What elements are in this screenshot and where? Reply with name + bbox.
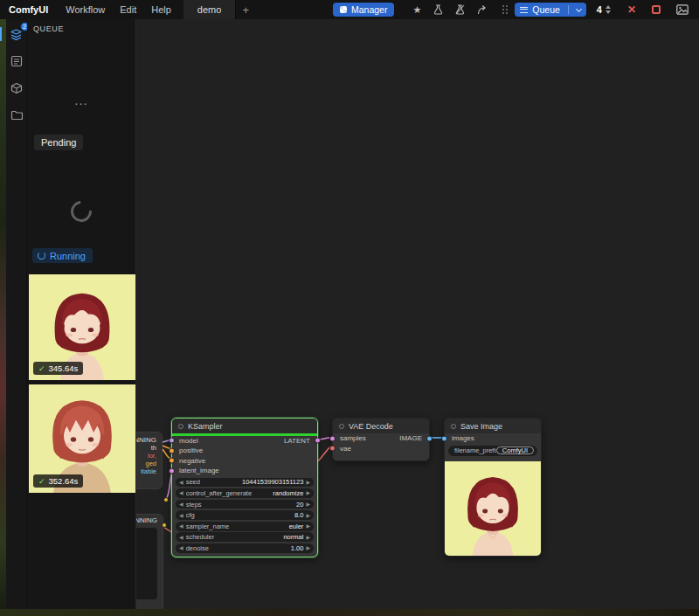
node-title: VAE Decode (349, 422, 393, 431)
chevron-down-icon[interactable] (576, 5, 582, 11)
arrow-left-icon[interactable]: ◀ (179, 545, 183, 550)
node-library-icon (10, 55, 23, 67)
overflow-dots[interactable]: ... (74, 93, 88, 107)
drag-handle-icon[interactable] (502, 5, 508, 14)
queue-panel-title: QUEUE (33, 24, 64, 33)
io-row: images (445, 433, 541, 444)
output-port-dot[interactable] (162, 523, 167, 528)
running-spinner-icon (38, 252, 45, 260)
port-negative-input[interactable] (169, 458, 175, 464)
sidebar-item-model-library[interactable] (8, 80, 25, 97)
widget-value: normal (283, 533, 303, 541)
star-icon[interactable]: ★ (412, 4, 421, 16)
decrement-icon[interactable] (606, 10, 611, 14)
share-icon[interactable] (477, 5, 488, 15)
io-row: samples IMAGE (333, 433, 429, 444)
flask-off-icon[interactable] (455, 4, 465, 15)
arrow-left-icon[interactable]: ◀ (179, 523, 183, 529)
widget-steps[interactable]: ◀ steps 20 ▶ (176, 500, 314, 509)
node-vae-decode[interactable]: VAE Decode samples IMAGE vae (332, 418, 430, 461)
batch-count-stepper[interactable]: 4 (597, 4, 611, 15)
widget-value[interactable]: ComfyUI (496, 446, 534, 455)
output-label: LATENT (284, 437, 310, 445)
input-label: vae (340, 445, 351, 453)
output-preview-image[interactable] (445, 461, 541, 556)
graph-canvas[interactable]: NNING th lor, ged itable NNING KSampler (136, 19, 699, 609)
port-vae-input[interactable] (329, 446, 336, 452)
port-images-input[interactable] (441, 435, 447, 441)
arrow-left-icon[interactable]: ◀ (179, 513, 183, 518)
sidebar-item-node-library[interactable] (8, 52, 25, 70)
clipped-text-widget: th lor, ged itable (136, 445, 162, 476)
manager-button[interactable]: Manager (333, 3, 394, 17)
widget-denoise[interactable]: ◀ denoise 1.00 ▶ (176, 543, 314, 553)
gallery-icon[interactable] (676, 4, 689, 15)
collapse-dot[interactable] (339, 424, 344, 429)
sidebar-item-workflows[interactable] (8, 107, 25, 124)
widget-cfg[interactable]: ◀ cfg 8.0 ▶ (176, 510, 314, 520)
batch-count-value: 4 (597, 4, 602, 15)
node-header[interactable]: VAE Decode (333, 419, 429, 433)
menu-help[interactable]: Help (151, 4, 171, 15)
port-samples-input[interactable] (329, 435, 336, 441)
widget-name: seed (186, 478, 242, 486)
clipped-node[interactable]: NNING (136, 514, 163, 609)
widget-value: 1.00 (291, 544, 304, 552)
arrow-right-icon[interactable]: ▶ (306, 502, 310, 507)
arrow-right-icon[interactable]: ▶ (306, 523, 310, 529)
execution-time-value: 352.64s (49, 476, 79, 486)
port-image-output[interactable] (426, 435, 433, 441)
node-save-image[interactable]: Save Image images filename_prefix ComfyU… (444, 418, 542, 557)
increment-icon[interactable] (606, 5, 611, 9)
app-logo[interactable]: ComfyUI (9, 4, 48, 15)
arrow-left-icon[interactable]: ◀ (179, 502, 183, 507)
interrupt-button[interactable]: ✕ (627, 3, 636, 16)
stepper-carets[interactable] (606, 5, 611, 14)
new-tab-button[interactable]: + (242, 3, 249, 17)
widget-sampler-name[interactable]: ◀ sampler_name euler ▶ (176, 522, 314, 531)
port-model-input[interactable] (169, 438, 175, 444)
port-latent-output[interactable] (315, 438, 321, 444)
menu-workflow[interactable]: Workflow (66, 4, 105, 15)
widget-scheduler[interactable]: ◀ scheduler normal ▶ (176, 532, 314, 542)
running-status-chip: Running (32, 248, 93, 263)
clipped-textarea-widget[interactable] (136, 528, 157, 599)
arrow-left-icon[interactable]: ◀ (179, 490, 183, 495)
flask-icon[interactable] (433, 4, 443, 15)
clipped-node[interactable]: NNING th lor, ged itable (136, 432, 163, 489)
widget-filename-prefix[interactable]: filename_prefix ComfyUI (448, 446, 537, 456)
node-ksampler[interactable]: KSampler model LATENT positive negative (171, 418, 318, 557)
widget-list: filename_prefix ComfyUI (445, 444, 541, 460)
arrow-right-icon[interactable]: ▶ (306, 535, 310, 540)
widget-name: scheduler (186, 533, 284, 541)
port-positive-input[interactable] (169, 447, 175, 453)
desktop-wallpaper-left (0, 19, 6, 616)
widget-name: filename_prefix (454, 446, 496, 454)
widget-name: denoise (186, 544, 291, 552)
port-latent-image-input[interactable] (169, 467, 175, 474)
arrow-right-icon[interactable]: ▶ (306, 513, 310, 518)
node-header[interactable]: KSampler (172, 419, 317, 433)
check-icon: ✓ (38, 477, 45, 486)
collapse-dot[interactable] (178, 424, 183, 429)
node-header[interactable]: Save Image (445, 419, 541, 433)
widget-seed[interactable]: ◀ seed 10441539903151123 ▶ (176, 478, 314, 488)
workflow-tab[interactable]: demo (183, 0, 237, 19)
queue-result-item[interactable]: ✓ 352.64s (29, 384, 135, 493)
collapse-dot[interactable] (451, 424, 456, 429)
queue-run-button[interactable]: Queue (515, 3, 586, 17)
arrow-right-icon[interactable]: ▶ (306, 490, 310, 495)
widget-name: steps (186, 501, 296, 509)
sidebar-item-queue[interactable]: 2 (8, 25, 25, 43)
queue-result-item[interactable]: ✓ 345.64s (29, 274, 135, 380)
arrow-left-icon[interactable]: ◀ (179, 535, 183, 540)
pending-section-label[interactable]: Pending (34, 135, 83, 150)
arrow-right-icon[interactable]: ▶ (306, 545, 310, 550)
clear-queue-button[interactable] (652, 5, 661, 14)
widget-control-after-generate[interactable]: ◀ control_after_generate randomize ▶ (176, 488, 314, 498)
menu-edit[interactable]: Edit (120, 4, 136, 15)
output-port-dot[interactable] (163, 497, 169, 502)
arrow-right-icon[interactable]: ▶ (306, 480, 310, 485)
arrow-left-icon[interactable]: ◀ (179, 480, 183, 485)
topbar: ComfyUI Workflow Edit Help demo + Manage… (0, 0, 699, 19)
